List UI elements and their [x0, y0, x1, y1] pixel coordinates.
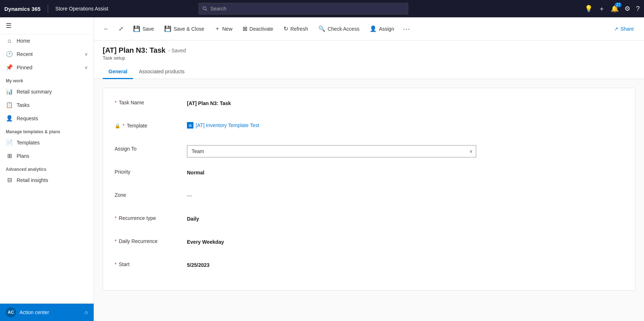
daily-recurrence-label: Daily Recurrence [119, 238, 157, 244]
priority-row: Priority Normal [115, 166, 623, 181]
app-name: Store Operations Assist [55, 6, 108, 12]
lock-icon: 🔒 [115, 123, 120, 129]
requests-icon: 👤 [6, 115, 13, 122]
priority-value-col: Normal [187, 166, 623, 177]
task-name-value: [AT] Plan N3: Task [187, 99, 623, 108]
assign-to-label-col: Assign To [115, 143, 187, 152]
add-icon[interactable]: ＋ [598, 4, 605, 13]
share-button[interactable]: ↗ Share [610, 23, 638, 35]
sidebar-item-plans[interactable]: ⊞ Plans [0, 149, 94, 162]
save-icon: 💾 [133, 25, 140, 32]
assign-to-select-wrapper: Team User ∨ [187, 145, 476, 157]
pinned-label: Pinned [17, 65, 81, 70]
zone-value: --- [187, 191, 623, 200]
task-name-required: * [115, 100, 116, 105]
action-center-avatar: AC [6, 307, 16, 317]
sidebar-item-requests[interactable]: 👤 Requests [0, 112, 94, 125]
action-center-chevron: ◇ [85, 310, 88, 315]
sidebar-item-action-center[interactable]: AC Action center ◇ [0, 304, 94, 321]
requests-label: Requests [17, 116, 88, 121]
assign-icon: 👤 [370, 25, 377, 32]
refresh-button[interactable]: ↻ Refresh [279, 22, 312, 35]
expand-button[interactable]: ⤢ [114, 22, 127, 35]
deactivate-icon: ⊠ [243, 25, 247, 32]
start-value-col: 5/25/2023 [187, 259, 623, 269]
start-row: * Start 5/25/2023 [115, 259, 623, 273]
zone-label-col: Zone [115, 189, 187, 198]
manage-section: Manage templates & plans [0, 125, 94, 136]
daily-recurrence-required: * [115, 238, 116, 244]
template-label: Template [127, 123, 147, 129]
help-icon[interactable]: ? [636, 5, 640, 13]
advanced-analytics-section: Advanced analytics [0, 162, 94, 173]
priority-label-col: Priority [115, 166, 187, 175]
task-name-value-col: [AT] Plan N3: Task [187, 97, 623, 108]
page-title: [AT] Plan N3: Task [103, 46, 166, 55]
start-required: * [115, 261, 116, 267]
sidebar-item-home[interactable]: ⌂ Home [0, 34, 94, 47]
recurrence-type-value-col: Daily [187, 212, 623, 223]
template-row: 🔒 * Template ⊞ [AT] Inventory Template T… [115, 120, 623, 134]
plans-icon: ⊞ [6, 152, 13, 159]
zone-value-col: --- [187, 189, 623, 200]
new-button[interactable]: ＋ New [210, 22, 237, 35]
hamburger-menu[interactable]: ☰ [0, 17, 94, 34]
priority-value: Normal [187, 168, 623, 177]
page-subtitle: Task setup [103, 55, 635, 61]
tasks-icon: 📋 [6, 101, 13, 108]
recent-label: Recent [17, 51, 81, 57]
brand-name: Dynamics 365 [4, 6, 40, 12]
action-center-label: Action center [20, 309, 49, 315]
assign-button[interactable]: 👤 Assign [365, 22, 398, 35]
notifications-icon[interactable]: 🔔 27 [611, 5, 619, 13]
svg-line-1 [206, 9, 207, 11]
svg-point-0 [203, 7, 206, 10]
search-icon [202, 6, 207, 11]
tab-associated-products[interactable]: Associated products [133, 65, 190, 79]
recent-chevron: ∨ [85, 52, 88, 57]
settings-icon[interactable]: ⚙ [624, 5, 630, 13]
template-required: * [123, 123, 124, 129]
topbar-icons: 💡 ＋ 🔔 27 ⚙ ? [585, 4, 640, 13]
template-link[interactable]: ⊞ [AT] Inventory Template Test [187, 122, 623, 129]
daily-recurrence-label-col: * Daily Recurrence [115, 235, 187, 244]
deactivate-button[interactable]: ⊠ Deactivate [238, 22, 278, 35]
share-icon: ↗ [614, 26, 618, 32]
tab-general[interactable]: General [103, 65, 133, 79]
my-work-section: My work [0, 74, 94, 85]
more-actions-button[interactable]: ⋯ [400, 22, 413, 35]
save-close-icon: 💾 [164, 25, 171, 32]
search-input[interactable] [210, 6, 405, 12]
sidebar-item-pinned[interactable]: 📌 Pinned ∨ [0, 61, 94, 74]
sidebar-item-recent[interactable]: 🕐 Recent ∨ [0, 47, 94, 61]
retail-insights-label: Retail insights [17, 177, 88, 183]
pinned-chevron: ∨ [85, 65, 88, 70]
priority-label: Priority [115, 169, 131, 175]
sidebar-item-tasks[interactable]: 📋 Tasks [0, 98, 94, 112]
sidebar-item-retail-summary[interactable]: 📊 Retail summary [0, 85, 94, 98]
pin-icon: 📌 [6, 64, 13, 71]
topbar-divider [48, 4, 48, 13]
lightbulb-icon[interactable]: 💡 [585, 5, 593, 13]
search-box[interactable] [199, 3, 408, 14]
notification-badge: 27 [615, 3, 622, 7]
check-access-button[interactable]: 🔍 Check Access [314, 22, 364, 35]
assign-to-select[interactable]: Team User [187, 145, 476, 157]
sidebar-item-templates[interactable]: 📄 Templates [0, 136, 94, 149]
sidebar-item-retail-insights[interactable]: ⊟ Retail insights [0, 173, 94, 187]
page-title-row: [AT] Plan N3: Task - Saved [103, 46, 635, 55]
recurrence-type-row: * Recurrence type Daily [115, 212, 623, 227]
zone-row: Zone --- [115, 189, 623, 204]
recent-icon: 🕐 [6, 51, 13, 57]
recurrence-type-label: Recurrence type [119, 215, 156, 221]
daily-recurrence-value: Every Weekday [187, 238, 623, 246]
page-header: [AT] Plan N3: Task - Saved Task setup [94, 40, 644, 61]
back-button[interactable]: ← [100, 22, 113, 35]
templates-label: Templates [17, 140, 88, 146]
content-area: ← ⤢ 💾 Save 💾 Save & Close ＋ New ⊠ Deacti… [94, 17, 644, 321]
sidebar-bottom: AC Action center ◇ [0, 303, 94, 321]
retail-insights-icon: ⊟ [6, 177, 13, 183]
refresh-icon: ↻ [283, 25, 288, 32]
save-button[interactable]: 💾 Save [129, 22, 158, 35]
save-close-button[interactable]: 💾 Save & Close [160, 22, 209, 35]
